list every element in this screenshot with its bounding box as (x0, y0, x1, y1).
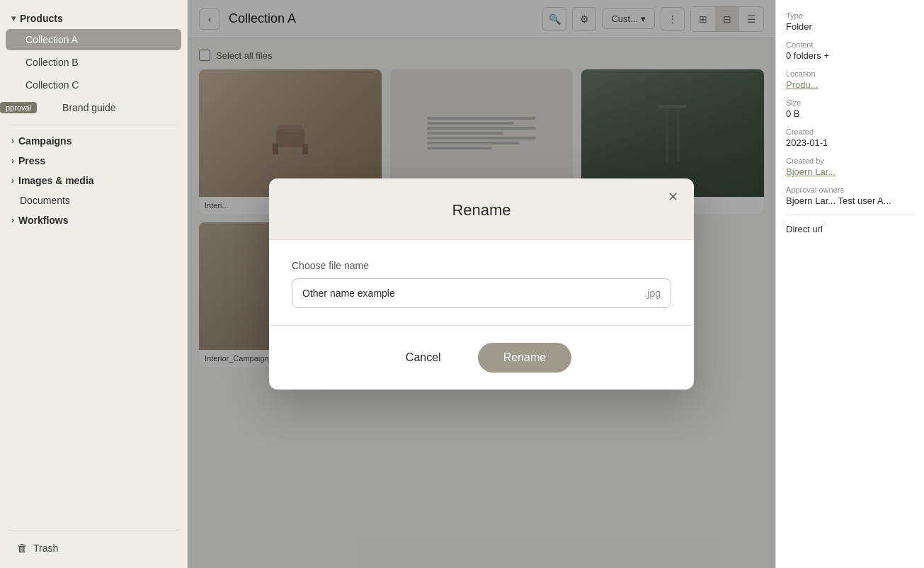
modal-field-label: Choose file name (292, 260, 671, 271)
modal-footer: Cancel Rename (269, 325, 694, 390)
modal-body: Choose file name .jpg (269, 240, 694, 325)
chevron-right-icon: › (11, 176, 14, 186)
sidebar-trash-label: Trash (33, 543, 58, 554)
sidebar-item-collection-a[interactable]: Collection A (6, 29, 181, 50)
sidebar-workflows-section[interactable]: › Workflows (0, 210, 187, 230)
sidebar-campaigns-section[interactable]: › Campaigns (0, 131, 187, 151)
sidebar-trash-item[interactable]: 🗑 Trash (6, 537, 181, 559)
panel-type-value: Folder (786, 21, 914, 32)
modal-overlay: Rename ✕ Choose file name .jpg Cancel Re… (188, 0, 775, 568)
panel-created-by-label: Created by (786, 157, 914, 165)
sidebar-item-brand-guide[interactable]: Brand guide (42, 97, 181, 118)
panel-type-row: Type Folder (786, 11, 914, 32)
panel-direct-url-row: Direct url (786, 224, 914, 234)
chevron-right-icon: › (11, 136, 14, 146)
rename-modal: Rename ✕ Choose file name .jpg Cancel Re… (269, 178, 694, 390)
sidebar-section-label: Campaigns (18, 135, 72, 147)
sidebar-section-label: Press (18, 155, 45, 166)
modal-title: Rename (286, 201, 677, 220)
sidebar-item-label: Collection A (25, 34, 78, 45)
modal-close-button[interactable]: ✕ (663, 187, 683, 207)
panel-location-row: Location Produ... (786, 69, 914, 90)
panel-direct-url-label: Direct url (786, 224, 914, 234)
rename-button[interactable]: Rename (478, 343, 571, 373)
sidebar-item-collection-b[interactable]: Collection B (6, 52, 181, 73)
panel-type-label: Type (786, 11, 914, 20)
sidebar-item-label: Collection B (25, 57, 79, 68)
sidebar-products-section[interactable]: ▾ Products (0, 8, 187, 28)
sidebar-section-label: Documents (20, 195, 70, 206)
panel-content-value: 0 folders + (786, 50, 914, 61)
panel-size-row: Size 0 B (786, 98, 914, 119)
panel-approval-row: Approval owners Bjoern Lar... Test user … (786, 186, 914, 206)
trash-icon: 🗑 (17, 542, 28, 554)
panel-content-row: Content 0 folders + (786, 40, 914, 61)
panel-size-value: 0 B (786, 108, 914, 119)
right-panel: Type Folder Content 0 folders + Location… (775, 0, 924, 568)
panel-created-label: Created (786, 127, 914, 136)
sidebar-section-label: Images & media (18, 175, 94, 186)
sidebar-documents-section[interactable]: Documents (0, 191, 187, 210)
sidebar-images-media-section[interactable]: › Images & media (0, 171, 187, 191)
chevron-down-icon: ▾ (11, 13, 16, 23)
chevron-right-icon: › (11, 215, 14, 225)
modal-header-wrapper: Rename ✕ (269, 178, 694, 240)
modal-input-wrapper: .jpg (292, 278, 671, 308)
panel-created-value: 2023-01-1 (786, 137, 914, 148)
panel-location-label: Location (786, 69, 914, 78)
sidebar-products-label: Products (20, 13, 63, 24)
panel-approval-label: Approval owners (786, 186, 914, 194)
cancel-button[interactable]: Cancel (392, 344, 455, 371)
sidebar-divider-bottom (8, 530, 178, 530)
panel-approval-value: Bjoern Lar... Test user A... (786, 195, 914, 206)
main-area: ‹ Collection A 🔍 ⚙ Cust... ▾ ⋮ ⊞ ⊟ ☰ (188, 0, 775, 568)
modal-header: Rename (269, 178, 694, 240)
chevron-right-icon: › (11, 156, 14, 166)
sidebar-press-section[interactable]: › Press (0, 151, 187, 171)
panel-location-link[interactable]: Produ... (786, 79, 914, 90)
filename-input[interactable] (292, 279, 634, 307)
sidebar-section-label: Workflows (18, 215, 69, 226)
panel-created-by-link[interactable]: Bjoern Lar... (786, 166, 914, 177)
sidebar-item-collection-c[interactable]: Collection C (6, 74, 181, 96)
file-extension-suffix: .jpg (634, 279, 671, 307)
sidebar-divider (8, 125, 178, 125)
panel-size-label: Size (786, 98, 914, 107)
panel-created-row: Created 2023-01-1 (786, 127, 914, 148)
panel-created-by-row: Created by Bjoern Lar... (786, 157, 914, 177)
panel-divider (786, 215, 914, 215)
sidebar-item-label: Collection C (25, 79, 79, 91)
sidebar-item-label: Brand guide (62, 102, 116, 113)
panel-content-label: Content (786, 40, 914, 49)
approval-badge: pproval (0, 102, 37, 113)
sidebar: ▾ Products Collection A Collection B Col… (0, 0, 188, 568)
